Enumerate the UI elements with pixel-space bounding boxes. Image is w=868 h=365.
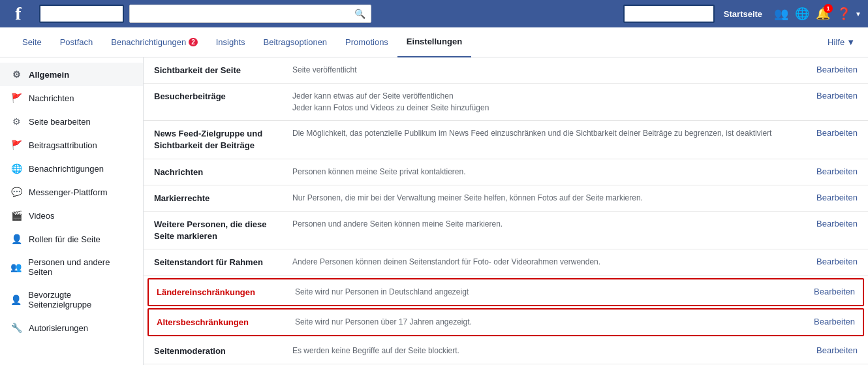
page-navigation: Seite Postfach Benachrichtigungen 2 Insi… <box>0 27 868 57</box>
setting-value: Seite wird nur Personen über 17 Jahren a… <box>295 316 795 328</box>
hilfe-caret: ▼ <box>846 37 855 47</box>
setting-label: Nachrichten <box>154 166 285 178</box>
wrench-icon: 🔧 <box>10 323 22 333</box>
setting-label: Seitenstandort für Rahmen <box>154 256 285 268</box>
sidebar-item-benachrichtigungen[interactable]: 🌐 Benachrichtigungen <box>0 157 143 180</box>
person2-icon: 👤 <box>10 294 22 305</box>
setting-value: Die Möglichkeit, das potenzielle Publiku… <box>292 127 798 139</box>
settings-row-besucherbeitraege: Besucherbeiträge Jeder kann etwas auf de… <box>144 84 868 121</box>
main-search-input[interactable] <box>130 5 349 22</box>
search-button[interactable]: 🔍 <box>349 8 371 19</box>
nav-postfach[interactable]: Postfach <box>51 27 102 57</box>
right-search-input[interactable] <box>623 5 715 23</box>
person-icon: 👤 <box>10 234 22 244</box>
page-search-input[interactable] <box>40 9 123 19</box>
settings-row-seitenstandort: Seitenstandort für Rahmen Andere Persone… <box>144 249 868 276</box>
nav-caret[interactable]: ▼ <box>855 10 861 18</box>
nav-promotions[interactable]: Promotions <box>336 27 397 57</box>
setting-edit-button[interactable]: Bearbeiten <box>805 345 858 355</box>
chat-icon: 💬 <box>10 187 22 197</box>
sidebar-item-videos[interactable]: 🎬 Videos <box>0 204 143 227</box>
setting-value: Jeder kann etwas auf der Seite veröffent… <box>292 90 798 114</box>
setting-label: Besucherbeiträge <box>154 90 285 103</box>
setting-label: Altersbeschränkungen <box>157 316 287 328</box>
setting-edit-button[interactable]: Bearbeiten <box>805 127 858 138</box>
nav-insights[interactable]: Insights <box>207 27 255 57</box>
main-search-box[interactable]: 🔍 <box>129 5 371 23</box>
sidebar-item-seite-bearbeiten[interactable]: ⚙ Seite bearbeiten <box>0 110 143 133</box>
setting-edit-button[interactable]: Bearbeiten <box>805 64 858 74</box>
setting-edit-button[interactable]: Bearbeiten <box>805 166 858 176</box>
flag-icon: 🚩 <box>10 93 22 103</box>
setting-label: Weitere Personen, die diese Seite markie… <box>154 218 285 242</box>
sidebar-item-beitragsattribution[interactable]: 🚩 Beitragsattribution <box>0 133 143 157</box>
nav-einstellungen[interactable]: Einstellungen <box>397 27 471 57</box>
setting-edit-button[interactable]: Bearbeiten <box>803 316 855 326</box>
setting-edit-button[interactable]: Bearbeiten <box>805 218 858 229</box>
video-icon: 🎬 <box>10 210 22 221</box>
page-search-box[interactable] <box>39 5 124 23</box>
setting-value: Seite veröffentlicht <box>292 64 798 76</box>
setting-value: Andere Personen können deinen Seitenstan… <box>292 256 798 268</box>
home-link[interactable]: Startseite <box>720 9 766 19</box>
setting-value: Nur Personen, die mir bei der Verwaltung… <box>292 192 798 204</box>
nav-beitragsoptionen[interactable]: Beitragsoptionen <box>255 27 337 57</box>
settings-row-sichtbarkeit: Sichtbarkeit der Seite Seite veröffentli… <box>144 57 868 84</box>
setting-value: Personen und andere Seiten können meine … <box>292 218 798 230</box>
notification-badge: 1 <box>824 4 833 13</box>
nav-icons: 👥 🌐 🔔1 ❓ ▼ <box>771 7 861 21</box>
setting-edit-button[interactable]: Bearbeiten <box>805 192 858 202</box>
flag2-icon: 🚩 <box>10 140 22 150</box>
globe2-icon: 🌐 <box>10 163 22 174</box>
main-content: ⚙ Allgemein 🚩 Nachrichten ⚙ Seite bearbe… <box>0 57 868 365</box>
setting-value: Seite wird nur Personen in Deutschland a… <box>295 286 795 298</box>
friends-icon[interactable]: 👥 <box>771 7 791 21</box>
setting-value: Es werden keine Begriffe auf der Seite b… <box>292 345 798 357</box>
people-icon: 👥 <box>10 262 22 272</box>
nav-hilfe[interactable]: Hilfe ▼ <box>828 37 855 47</box>
setting-label: Sichtbarkeit der Seite <box>154 64 285 76</box>
gear2-icon: ⚙ <box>10 116 22 127</box>
help-icon[interactable]: ❓ <box>834 7 854 21</box>
sidebar-item-seitenzielgruppe[interactable]: 👤 Bevorzugte Seitenzielgruppe <box>0 283 143 316</box>
settings-row-nachrichten: Nachrichten Personen können meine Seite … <box>144 159 868 185</box>
facebook-logo: f <box>7 3 30 24</box>
settings-row-newsfeed: News Feed-Zielgruppe und Sichtbarkeit de… <box>144 121 868 159</box>
globe-icon[interactable]: 🌐 <box>792 7 812 21</box>
benachrichtigungen-badge: 2 <box>189 38 198 46</box>
settings-row-weitere-personen: Weitere Personen, die diese Seite markie… <box>144 212 868 249</box>
nav-seite[interactable]: Seite <box>13 27 51 57</box>
settings-row-laendereinschraenkungen: Ländereinschränkungen Seite wird nur Per… <box>147 278 864 306</box>
setting-label: Ländereinschränkungen <box>157 286 287 298</box>
top-navigation: f 🔍 Startseite 👥 🌐 🔔1 ❓ ▼ <box>0 0 868 27</box>
setting-label: News Feed-Zielgruppe und Sichtbarkeit de… <box>154 127 285 151</box>
notifications-icon[interactable]: 🔔1 <box>813 7 833 21</box>
settings-row-seitenmoderation: Seitenmoderation Es werden keine Begriff… <box>144 338 868 364</box>
sidebar-item-messenger[interactable]: 💬 Messenger-Plattform <box>0 180 143 204</box>
setting-edit-button[interactable]: Bearbeiten <box>803 286 855 296</box>
nav-benachrichtigungen[interactable]: Benachrichtigungen 2 <box>102 27 206 57</box>
settings-row-markierrechte: Markierrechte Nur Personen, die mir bei … <box>144 185 868 212</box>
sidebar: ⚙ Allgemein 🚩 Nachrichten ⚙ Seite bearbe… <box>0 57 144 365</box>
setting-label: Seitenmoderation <box>154 345 285 357</box>
sidebar-item-nachrichten[interactable]: 🚩 Nachrichten <box>0 86 143 110</box>
sidebar-item-autorisierungen[interactable]: 🔧 Autorisierungen <box>0 316 143 340</box>
settings-panel: Sichtbarkeit der Seite Seite veröffentli… <box>144 57 868 365</box>
sidebar-item-allgemein[interactable]: ⚙ Allgemein <box>0 63 143 86</box>
sidebar-item-rollen[interactable]: 👤 Rollen für die Seite <box>0 227 143 251</box>
gear-icon: ⚙ <box>10 69 22 80</box>
setting-edit-button[interactable]: Bearbeiten <box>805 256 858 266</box>
setting-edit-button[interactable]: Bearbeiten <box>805 90 858 101</box>
setting-label: Markierrechte <box>154 192 285 204</box>
setting-value: Personen können meine Seite privat konta… <box>292 166 798 178</box>
sidebar-item-personen[interactable]: 👥 Personen und andere Seiten <box>0 251 143 283</box>
settings-row-altersbeschraenkungen: Altersbeschränkungen Seite wird nur Pers… <box>147 308 864 336</box>
